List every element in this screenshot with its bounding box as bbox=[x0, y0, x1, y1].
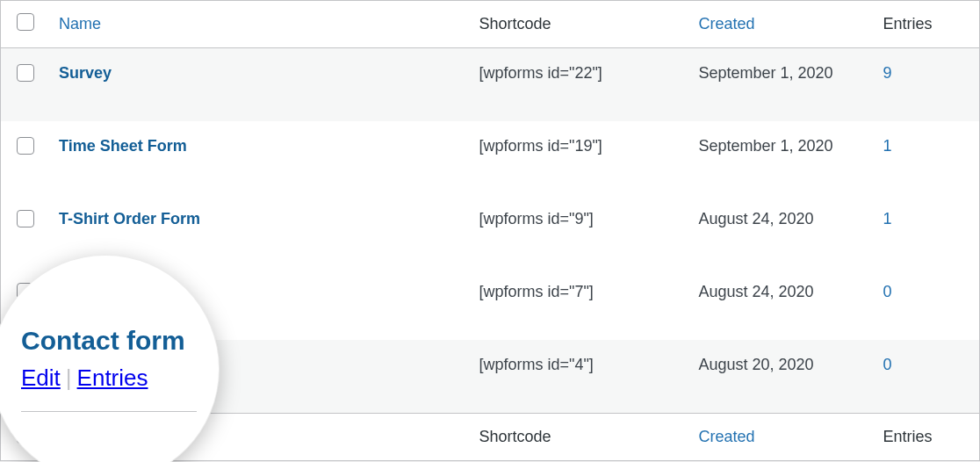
footer-entries: Entries bbox=[875, 414, 980, 461]
magnified-action-entries[interactable]: Entries bbox=[77, 365, 148, 391]
action-separator: | bbox=[61, 365, 77, 391]
magnified-form-title[interactable]: Contact form bbox=[21, 326, 220, 356]
magnified-divider bbox=[21, 411, 197, 412]
header-name[interactable]: Name bbox=[43, 1, 471, 48]
footer-shortcode: Shortcode bbox=[471, 414, 690, 461]
header-created[interactable]: Created bbox=[690, 1, 875, 48]
form-title-link[interactable]: Time Sheet Form bbox=[59, 137, 187, 155]
sort-name-link[interactable]: Name bbox=[59, 15, 101, 32]
form-title-link[interactable]: T-Shirt Order Form bbox=[59, 210, 200, 227]
sort-created-link[interactable]: Created bbox=[699, 15, 755, 32]
header-checkbox-cell bbox=[1, 1, 44, 48]
created-cell: August 24, 2020 bbox=[690, 267, 875, 340]
form-title-link[interactable]: Survey bbox=[59, 64, 112, 82]
created-cell: September 1, 2020 bbox=[690, 121, 875, 194]
magnified-action-edit[interactable]: Edit bbox=[21, 365, 61, 391]
shortcode-cell: [wpforms id="22"] bbox=[471, 48, 690, 122]
entries-count-link[interactable]: 0 bbox=[883, 356, 892, 373]
created-cell: August 24, 2020 bbox=[690, 194, 875, 267]
footer-created[interactable]: Created bbox=[690, 414, 875, 461]
entries-count-link[interactable]: 1 bbox=[883, 137, 892, 155]
entries-count-link[interactable]: 0 bbox=[883, 283, 892, 300]
created-cell: September 1, 2020 bbox=[690, 48, 875, 122]
table-header: Name Shortcode Created Entries bbox=[1, 1, 980, 48]
entries-count-link[interactable]: 1 bbox=[883, 210, 892, 227]
shortcode-cell: [wpforms id="7"] bbox=[471, 267, 690, 340]
select-all-checkbox[interactable] bbox=[17, 13, 34, 31]
row-checkbox[interactable] bbox=[17, 64, 34, 82]
header-shortcode: Shortcode bbox=[471, 1, 690, 48]
shortcode-cell: [wpforms id="19"] bbox=[471, 121, 690, 194]
magnified-row-actions: Edit|Entries bbox=[21, 365, 220, 392]
table-row: T-Shirt Order Form [wpforms id="9"] Augu… bbox=[1, 194, 980, 267]
row-checkbox[interactable] bbox=[17, 137, 34, 155]
shortcode-cell: [wpforms id="4"] bbox=[471, 340, 690, 414]
entries-count-link[interactable]: 9 bbox=[883, 64, 892, 82]
table-row: Survey [wpforms id="22"] September 1, 20… bbox=[1, 48, 980, 122]
header-entries: Entries bbox=[875, 1, 980, 48]
sort-created-link-footer[interactable]: Created bbox=[699, 428, 755, 445]
shortcode-cell: [wpforms id="9"] bbox=[471, 194, 690, 267]
row-checkbox[interactable] bbox=[17, 210, 34, 227]
table-row: Time Sheet Form [wpforms id="19"] Septem… bbox=[1, 121, 980, 194]
created-cell: August 20, 2020 bbox=[690, 340, 875, 414]
